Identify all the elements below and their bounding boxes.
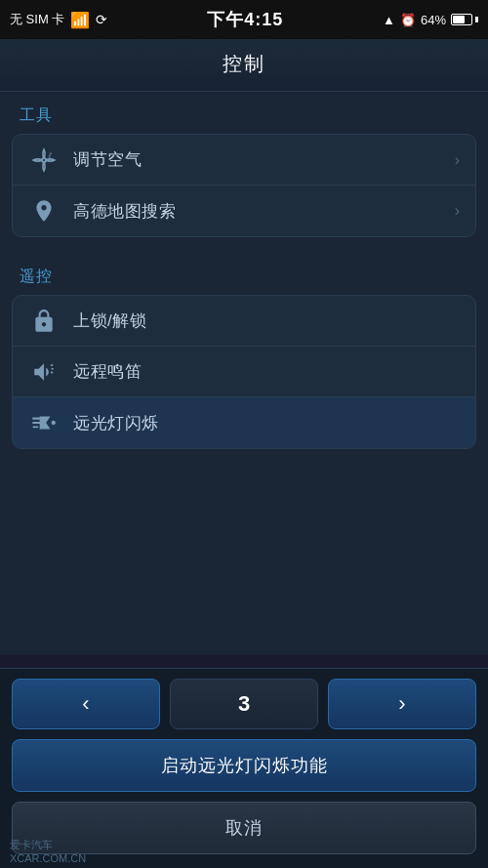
remote-section: 遥控 上锁/解锁 远程鸣笛 (0, 253, 488, 449)
light-item[interactable]: 远光灯闪烁 (13, 397, 475, 448)
wifi-icon: 📶 (70, 11, 90, 29)
confirm-action-button[interactable]: 启动远光灯闪烁功能 (12, 739, 476, 792)
lock-item[interactable]: 上锁/解锁 (13, 296, 475, 347)
time-display: 下午4:15 (207, 8, 283, 31)
light-icon (28, 407, 60, 438)
confirm-action-label: 启动远光灯闪烁功能 (161, 754, 328, 777)
alarm-icon: ⏰ (400, 13, 416, 27)
map-arrow: › (455, 202, 460, 220)
horn-icon (28, 356, 60, 388)
remote-list: 上锁/解锁 远程鸣笛 (12, 295, 476, 449)
svg-line-2 (51, 364, 53, 365)
lock-label: 上锁/解锁 (73, 310, 460, 332)
tools-section: 工具 调节空气 › (0, 92, 488, 237)
light-label: 远光灯闪烁 (73, 412, 460, 434)
map-item[interactable]: 高德地图搜索 › (13, 186, 475, 236)
fan-icon (28, 145, 60, 176)
tools-list: 调节空气 › 高德地图搜索 › (12, 134, 476, 237)
status-bar: 无 SIM 卡 📶 ⟳ 下午4:15 ▲ ⏰ 64% (0, 0, 488, 39)
main-content: 工具 调节空气 › (0, 92, 488, 655)
map-label: 高德地图搜索 (73, 200, 455, 223)
remote-section-label: 遥控 (0, 253, 488, 295)
hotspot-icon: ⟳ (96, 12, 107, 27)
horn-label: 远程鸣笛 (73, 360, 460, 383)
status-right: ▲ ⏰ 64% (383, 13, 478, 27)
prev-page-button[interactable]: ‹ (12, 679, 160, 729)
page-title-bar: 控制 (0, 39, 488, 92)
watermark: 爱卡汽车XCAR.COM.CN (10, 838, 86, 864)
page-title: 控制 (0, 51, 488, 77)
location-status-icon: ▲ (383, 13, 395, 27)
svg-line-3 (51, 372, 53, 373)
next-page-button[interactable]: › (328, 679, 476, 729)
current-page-display: 3 (170, 679, 318, 729)
sim-status: 无 SIM 卡 (10, 11, 64, 28)
horn-item[interactable]: 远程鸣笛 (13, 347, 475, 397)
battery-percent: 64% (421, 13, 446, 27)
air-label: 调节空气 (73, 148, 455, 171)
cancel-label: 取消 (225, 816, 263, 840)
lock-icon (28, 306, 60, 337)
status-left: 无 SIM 卡 📶 ⟳ (10, 11, 107, 29)
battery-icon (451, 14, 478, 25)
location-icon (28, 195, 60, 227)
air-arrow: › (455, 151, 460, 169)
svg-point-7 (52, 421, 56, 425)
pagination-row: ‹ 3 › (0, 669, 488, 739)
air-item[interactable]: 调节空气 › (13, 135, 475, 186)
tools-section-label: 工具 (0, 92, 488, 134)
